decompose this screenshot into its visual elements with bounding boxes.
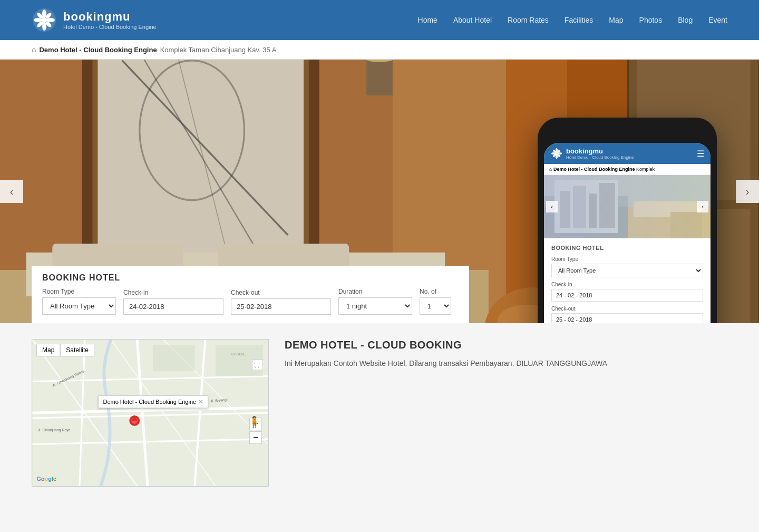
svg-rect-42 [544, 175, 711, 238]
rooms-label: No. of [420, 288, 451, 295]
main-nav: Home About Hotel Room Rates Facilities M… [418, 16, 727, 24]
svg-rect-48 [589, 194, 597, 228]
booking-form-title: BOOKING HOTEL [32, 266, 469, 288]
phone-checkin-field: Check-in [551, 282, 703, 302]
nav-map[interactable]: Map [609, 16, 623, 24]
duration-label: Duration [338, 288, 412, 295]
phone-breadcrumb: ⌂ Demo Hotel - Cloud Booking Engine Komp… [544, 164, 711, 175]
map-controls: Map Satellite [36, 344, 94, 356]
main-content: Jl. Cihanjuang Raya Jl. Weange A. Cihanj… [0, 323, 759, 502]
nav-event[interactable]: Event [708, 16, 727, 24]
phone-logo: bookingmu Hotel Demo - Cloud Booking Eng… [550, 147, 634, 160]
phone-hero-image: ‹ › [544, 175, 711, 238]
main-header: bookingmu Hotel Demo - Cloud Booking Eng… [0, 0, 759, 40]
nav-about[interactable]: About Hotel [453, 16, 492, 24]
checkout-label: Check-out [231, 289, 331, 296]
satellite-btn[interactable]: Satellite [60, 344, 94, 356]
map-tooltip: Demo Hotel - Cloud Booking Engine ✕ [98, 395, 208, 408]
checkin-field: Check-in [123, 289, 223, 315]
logo: bookingmu Hotel Demo - Cloud Booking Eng… [32, 7, 157, 33]
svg-rect-45 [554, 180, 618, 233]
phone-frame: bookingmu Hotel Demo - Cloud Booking Eng… [538, 118, 717, 323]
phone-menu-icon[interactable]: ☰ [697, 149, 704, 159]
phone-header: bookingmu Hotel Demo - Cloud Booking Eng… [544, 143, 711, 164]
svg-rect-51 [634, 201, 702, 217]
logo-icon [32, 7, 57, 33]
duration-field: Duration 1 night [338, 288, 412, 315]
phone-checkin-input[interactable] [551, 289, 703, 302]
nav-facilities[interactable]: Facilities [565, 16, 593, 24]
phone-checkin-label: Check-in [551, 282, 703, 287]
hero-section: ‹ › BOOKING HOTEL Room Type All Room Typ… [0, 60, 759, 323]
svg-point-3 [34, 18, 42, 22]
map-svg: Jl. Cihanjuang Raya Jl. Weange A. Cihanj… [32, 340, 268, 486]
carousel-prev[interactable]: ‹ [0, 180, 23, 203]
map-tooltip-close[interactable]: ✕ [198, 398, 203, 405]
svg-text:Jl. Cihanjuang Raya: Jl. Cihanjuang Raya [38, 428, 71, 432]
checkin-label: Check-in [123, 289, 223, 296]
phone-booking-form: BOOKING HOTEL Room Type All Room Type Ch… [544, 238, 711, 323]
breadcrumb: ⌂ Demo Hotel - Cloud Booking Engine Komp… [0, 40, 759, 60]
phone-room-type-select[interactable]: All Room Type [551, 264, 703, 277]
booking-form: BOOKING HOTEL Room Type All Room Type Ch… [32, 266, 469, 323]
svg-point-41 [556, 152, 558, 155]
nav-rates[interactable]: Room Rates [508, 16, 549, 24]
map-container: Jl. Cihanjuang Raya Jl. Weange A. Cihanj… [32, 339, 269, 487]
hotel-info: DEMO HOTEL - CLOUD BOOKING Ini Merupakan… [285, 339, 727, 487]
booking-form-fields: Room Type All Room Type Check-in Check-o… [32, 288, 469, 323]
svg-point-36 [558, 152, 562, 154]
svg-rect-49 [599, 183, 615, 228]
phone-carousel-next[interactable]: › [697, 201, 708, 212]
room-type-label: Room Type [42, 288, 116, 295]
svg-rect-74 [153, 345, 194, 371]
map-section: Jl. Cihanjuang Raya Jl. Weange A. Cihanj… [32, 339, 269, 487]
carousel-next[interactable]: › [736, 180, 759, 203]
map-btn[interactable]: Map [36, 344, 60, 356]
map-zoom-out[interactable]: − [249, 431, 262, 444]
mobile-mockup: bookingmu Hotel Demo - Cloud Booking Eng… [538, 118, 717, 323]
map-person-icon[interactable]: 🧍 [248, 415, 261, 428]
nav-home[interactable]: Home [418, 16, 437, 24]
svg-text:⛶: ⛶ [255, 362, 260, 368]
svg-rect-47 [573, 186, 586, 228]
phone-screen: bookingmu Hotel Demo - Cloud Booking Eng… [544, 143, 711, 323]
svg-rect-46 [560, 191, 570, 228]
svg-rect-52 [670, 212, 702, 238]
phone-checkout-label: Check-out [551, 306, 703, 312]
svg-point-35 [551, 152, 556, 154]
svg-point-33 [556, 148, 558, 152]
hotel-info-title: DEMO HOTEL - CLOUD BOOKING [285, 339, 727, 351]
svg-point-2 [42, 22, 46, 31]
nav-blog[interactable]: Blog [678, 16, 693, 24]
nav-photos[interactable]: Photos [639, 16, 663, 24]
svg-text:CIPAN...: CIPAN... [231, 352, 247, 356]
duration-select[interactable]: 1 night [338, 297, 412, 315]
svg-point-1 [42, 9, 46, 18]
checkin-input[interactable] [123, 298, 223, 315]
phone-logo-icon [550, 147, 563, 160]
svg-point-9 [42, 17, 47, 23]
rooms-select[interactable]: 1 [420, 297, 451, 315]
room-type-select[interactable]: All Room Type [42, 297, 116, 315]
phone-room-type-field: Room Type All Room Type [551, 256, 703, 277]
phone-room-type-label: Room Type [551, 256, 703, 262]
phone-checkout-field: Check-out [551, 306, 703, 323]
hotel-info-description: Ini Merupakan Contoh Website Hotel. Dila… [285, 357, 727, 369]
phone-notch [601, 127, 654, 140]
checkout-field: Check-out [231, 289, 331, 315]
room-type-field: Room Type All Room Type [42, 288, 116, 315]
rooms-field: No. of 1 [420, 288, 451, 315]
checkout-input[interactable] [231, 298, 331, 315]
svg-text:Google: Google [37, 476, 57, 482]
phone-checkout-input[interactable] [551, 313, 703, 323]
logo-text: bookingmu Hotel Demo - Cloud Booking Eng… [63, 10, 157, 30]
home-icon: ⌂ [32, 45, 36, 54]
phone-carousel-prev[interactable]: ‹ [546, 201, 558, 212]
svg-point-34 [556, 154, 558, 159]
svg-point-4 [46, 18, 55, 22]
